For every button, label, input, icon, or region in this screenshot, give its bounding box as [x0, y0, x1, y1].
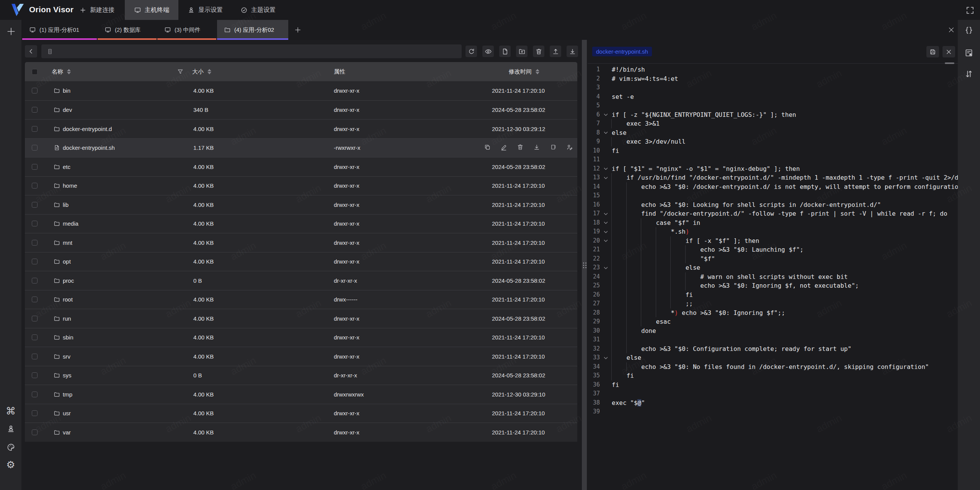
table-row[interactable]: tmp4.00 KBdrwxrwxrwx2021-12-30 03:29:10	[25, 385, 577, 404]
tab-2[interactable]: (2) 数据库	[98, 20, 157, 40]
table-row[interactable]: usr4.00 KBdrwxr-xr-x2021-11-24 17:20:10	[25, 404, 577, 423]
row-checkbox[interactable]	[32, 347, 38, 366]
tab-3[interactable]: (3) 中间件	[157, 20, 216, 40]
fold-chevron-icon[interactable]	[602, 264, 609, 272]
menu-item-1[interactable]: 新建连接	[70, 0, 125, 20]
open-file-tag[interactable]: docker-entrypoint.sh	[592, 47, 652, 56]
file-name[interactable]: sbin	[63, 328, 74, 347]
row-action-copy[interactable]	[484, 144, 491, 152]
file-name[interactable]: srv	[63, 347, 70, 366]
panel-splitter[interactable]	[582, 40, 587, 490]
close-all-tabs-icon[interactable]	[947, 26, 955, 34]
row-checkbox[interactable]	[32, 157, 38, 176]
table-row[interactable]: var4.00 KBdrwxr-xr-x2021-11-24 17:20:10	[25, 423, 577, 442]
sort-mtime-icon[interactable]	[536, 69, 539, 74]
row-checkbox[interactable]	[32, 423, 38, 442]
new-file-button[interactable]	[499, 46, 511, 57]
back-button[interactable]	[25, 45, 37, 57]
menu-item-4[interactable]: 主题设置	[231, 0, 285, 20]
fold-chevron-icon[interactable]	[602, 228, 609, 236]
row-action-edit[interactable]	[500, 144, 507, 152]
column-header-size[interactable]: 大小	[192, 62, 211, 81]
file-name[interactable]: proc	[63, 271, 74, 290]
splitter-handle-icon[interactable]	[583, 262, 586, 268]
table-row[interactable]: proc0 Bdr-xr-xr-x2024-05-28 23:58:02	[25, 271, 577, 290]
fullscreen-icon[interactable]	[965, 6, 975, 15]
file-name[interactable]: usr	[63, 404, 71, 423]
command-icon[interactable]: ⌘	[6, 406, 16, 416]
editor-close-button[interactable]	[942, 46, 955, 57]
file-name[interactable]: root	[63, 290, 73, 309]
fold-chevron-icon[interactable]	[602, 129, 609, 137]
row-checkbox[interactable]	[32, 328, 38, 347]
row-action-chmod[interactable]	[566, 144, 573, 152]
fold-chevron-icon[interactable]	[602, 165, 609, 173]
sort-size-icon[interactable]	[207, 69, 211, 74]
row-checkbox[interactable]	[32, 366, 38, 385]
row-checkbox[interactable]	[32, 101, 38, 120]
table-row[interactable]: dev340 Bdrwxr-xr-x2024-05-28 23:58:02	[25, 100, 577, 120]
file-name[interactable]: home	[63, 177, 77, 195]
row-action-delete[interactable]	[517, 144, 524, 152]
row-checkbox[interactable]	[32, 233, 38, 252]
table-row[interactable]: etc4.00 KBdrwxr-xr-x2024-05-28 23:58:02	[25, 157, 577, 176]
tab-1[interactable]: (1) 应用-分析01	[22, 20, 97, 40]
menu-item-3[interactable]: 显示设置	[178, 0, 231, 20]
transfer-list-icon[interactable]	[964, 69, 973, 79]
file-name[interactable]: docker-entrypoint.sh	[63, 139, 115, 157]
row-checkbox[interactable]	[32, 290, 38, 309]
table-row[interactable]: sbin4.00 KBdrwxr-xr-x2021-11-24 17:20:10	[25, 328, 577, 347]
sort-name-icon[interactable]	[67, 69, 71, 74]
row-checkbox[interactable]	[32, 385, 38, 404]
file-name[interactable]: mnt	[63, 233, 72, 252]
file-name[interactable]: dev	[63, 101, 72, 120]
column-header-mtime[interactable]: 修改时间	[509, 62, 539, 81]
row-action-download[interactable]	[533, 144, 540, 152]
row-checkbox[interactable]	[32, 139, 38, 157]
theme-icon[interactable]	[7, 443, 15, 452]
table-row[interactable]: root4.00 KBdrwx------2021-11-24 17:20:10	[25, 290, 577, 309]
fold-chevron-icon[interactable]	[602, 210, 609, 218]
row-checkbox[interactable]	[32, 271, 38, 290]
preview-button[interactable]	[482, 46, 494, 57]
file-name[interactable]: var	[63, 423, 71, 442]
table-row[interactable]: srv4.00 KBdrwxr-xr-x2021-11-24 17:20:10	[25, 347, 577, 366]
table-row[interactable]: media4.00 KBdrwxr-xr-x2021-11-24 17:20:1…	[25, 214, 577, 233]
file-name[interactable]: run	[63, 309, 71, 328]
table-row[interactable]: sys0 Bdr-xr-xr-x2024-05-28 23:58:02	[25, 366, 577, 385]
save-button[interactable]	[926, 46, 939, 57]
fold-chevron-icon[interactable]	[602, 354, 609, 362]
row-checkbox[interactable]	[32, 404, 38, 423]
column-header-name[interactable]: 名称	[52, 62, 71, 81]
table-row[interactable]: mnt4.00 KBdrwxr-xr-x2021-11-24 17:20:10	[25, 233, 577, 252]
path-input[interactable]	[41, 44, 462, 58]
file-name[interactable]: docker-entrypoint.d	[63, 120, 112, 138]
fold-chevron-icon[interactable]	[602, 174, 609, 182]
file-name[interactable]: etc	[63, 157, 70, 176]
download-button[interactable]	[567, 46, 578, 57]
file-name[interactable]: opt	[63, 252, 71, 271]
table-row[interactable]: bin4.00 KBdrwxr-xr-x2021-11-24 17:20:10	[25, 81, 577, 100]
editor-scrollbar-thumb[interactable]	[945, 62, 954, 64]
select-all-checkbox[interactable]	[32, 62, 38, 81]
table-row[interactable]: run4.00 KBdrwxr-xr-x2024-05-28 23:58:02	[25, 309, 577, 328]
row-checkbox[interactable]	[32, 195, 38, 214]
row-checkbox[interactable]	[32, 309, 38, 328]
new-folder-button[interactable]	[516, 46, 528, 57]
fold-chevron-icon[interactable]	[602, 111, 609, 119]
refresh-button[interactable]	[466, 46, 477, 57]
tab-4[interactable]: (4) 应用-分析02	[217, 20, 288, 40]
file-manager-icon[interactable]	[964, 48, 973, 57]
add-tab-icon[interactable]	[294, 26, 302, 34]
file-name[interactable]: tmp	[63, 385, 72, 404]
row-checkbox[interactable]	[32, 252, 38, 271]
table-row[interactable]: docker-entrypoint.sh1.17 KB-rwxrwxr-x	[25, 138, 577, 157]
row-checkbox[interactable]	[32, 215, 38, 233]
fold-chevron-icon[interactable]	[602, 237, 609, 245]
file-name[interactable]: lib	[63, 195, 69, 214]
file-name[interactable]: bin	[63, 81, 70, 100]
table-row[interactable]: opt4.00 KBdrwxr-xr-x2021-11-24 17:20:10	[25, 252, 577, 271]
menu-item-2[interactable]: 主机终端	[125, 0, 178, 20]
row-checkbox[interactable]	[32, 81, 38, 100]
row-checkbox[interactable]	[32, 177, 38, 195]
